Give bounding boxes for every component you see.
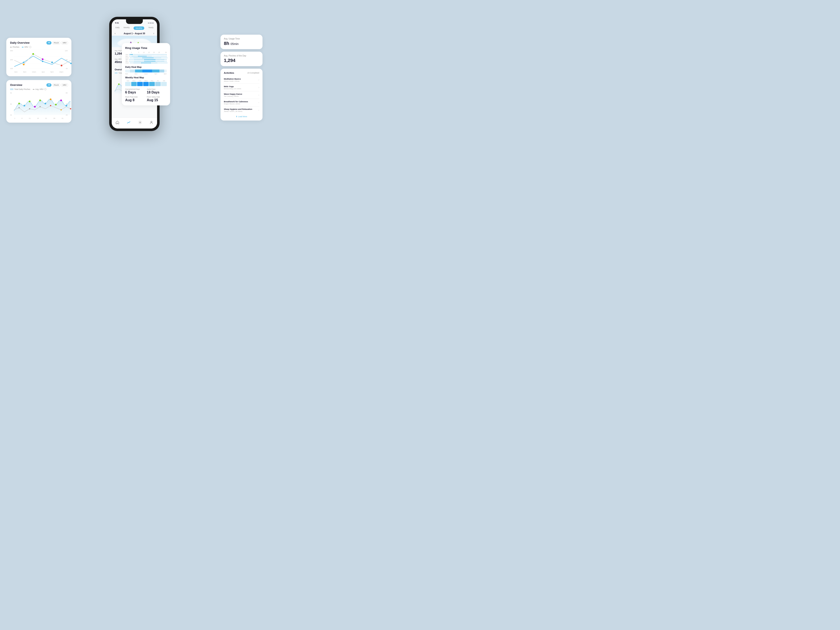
col-wed-label: Wed: [143, 80, 149, 82]
daily-chart-svg: [14, 50, 71, 70]
profile-icon: [150, 120, 153, 124]
dot-row-8pm: 8pm: [125, 60, 167, 62]
activities-title: Activities: [224, 72, 234, 74]
mon-cell: [131, 82, 137, 86]
sat-cell: [161, 82, 167, 86]
daily-heatmap-labels: 4am8am12pm4pm8pm: [125, 73, 167, 74]
overwhelmed-days: Overwhelmed Days 6 Days: [125, 88, 145, 94]
col-mon: Mon: [131, 80, 137, 86]
col-fri: Fri: [155, 80, 161, 86]
battery-icon: ▭: [152, 22, 154, 24]
svg-point-26: [60, 109, 62, 111]
overview-hrv-info[interactable]: i: [44, 88, 46, 90]
chart-nav-icon[interactable]: [126, 120, 131, 125]
home-nav-icon[interactable]: [115, 120, 120, 125]
next-month-button[interactable]: ›: [153, 32, 154, 35]
svg-point-19: [55, 104, 57, 106]
phone-nav-tabs: Daily Weekly Monthly Yearly: [112, 25, 157, 31]
hrv-info-icon[interactable]: i: [29, 46, 31, 48]
dot-row-12pm: 12pm: [125, 57, 167, 58]
tue-cell: [137, 82, 143, 86]
col-thu: Thu: [149, 80, 155, 86]
svg-point-13: [24, 105, 25, 106]
daily-overview-chart: 300200100 1208040: [10, 50, 68, 73]
col-sat-label: Sat: [161, 80, 167, 82]
thu-cell: [149, 82, 155, 86]
daily-overview-card: Daily Overview All Pinch HRV Pinches HRV…: [6, 38, 71, 76]
col-sun-label: Sun: [125, 80, 131, 82]
col-thu-label: Thu: [149, 80, 155, 82]
valley-label: Pinch Valley Date: [147, 96, 167, 98]
avg-pinches-card-label: Avg. Pinches of the Day: [224, 55, 259, 57]
overview-badges: All Pinch HRV: [46, 84, 68, 87]
daily-heatmap-section: Daily Heat Map 4am8am12pm4pm8pm: [125, 66, 167, 74]
tab-weekly[interactable]: Weekly: [123, 27, 129, 30]
overview-badge-hrv[interactable]: HRV: [61, 84, 68, 87]
activity-item[interactable]: Meditation Basics Allison Smith | 32min …: [224, 76, 259, 84]
daily-overview-badges: All Pinch HRV: [46, 41, 68, 44]
col-wed: Wed: [143, 80, 149, 86]
badge-pinch[interactable]: Pinch: [52, 41, 60, 44]
svg-point-20: [60, 99, 62, 101]
activities-list: Meditation Basics Allison Smith | 32min …: [224, 76, 259, 114]
activity-item[interactable]: Wave Happy Dance Tim Lewvey | 30min ›: [224, 92, 259, 99]
peak-section: Pinch Peak Date Aug 8 Pinch Valley Date …: [125, 96, 167, 102]
activity-item[interactable]: Melo Yoga Emma Grey | 1h 14min ›: [224, 84, 259, 92]
activity-chevron: ›: [259, 79, 259, 81]
svg-point-55: [140, 122, 141, 123]
fri-cell: [155, 82, 161, 86]
tab-monthly[interactable]: Monthly: [134, 27, 144, 30]
legend-pinches: Pinches: [10, 46, 19, 48]
svg-point-41: [118, 84, 120, 85]
daily-legend: Pinches HRV i: [10, 46, 68, 48]
profile-nav-icon[interactable]: [149, 120, 154, 125]
month-nav: ‹ August 1 – August 30 ›: [112, 31, 157, 36]
activity-item[interactable]: Breathwork for Calmness Draper Moore | 1…: [224, 99, 259, 106]
col-fri-label: Fri: [155, 80, 161, 82]
svg-point-27: [70, 108, 71, 109]
weekly-heatmap-title: Weekly Heat Map: [125, 76, 167, 79]
joyful-value: 18 Days: [147, 90, 167, 94]
activity-item[interactable]: Sleep Hygiene and Relaxation James Turne…: [224, 106, 259, 114]
settings-nav-icon[interactable]: [138, 120, 142, 125]
overview-legend: Total Daily Pinches Avg. HRV i: [10, 88, 68, 90]
activities-header: Activities 23 Completed: [224, 72, 259, 74]
tab-yearly[interactable]: Yearly: [148, 27, 153, 30]
avg-usage-card-label: Avg. Usage Time: [224, 38, 259, 40]
dot-row-8am: 8am: [125, 55, 167, 57]
svg-point-14: [29, 101, 30, 102]
overview-chart-svg: [14, 92, 71, 116]
tab-daily[interactable]: Daily: [115, 27, 120, 30]
overwhelmed-value: 6 Days: [125, 90, 145, 94]
peak-label: Pinch Peak Date: [125, 96, 145, 98]
overview-legend-pinches: Total Daily Pinches: [10, 88, 30, 90]
col-sat: Sat: [161, 80, 167, 86]
overview-badge-all[interactable]: All: [46, 84, 51, 87]
avg-usage-card: Avg. Usage Time 8h 05min: [221, 35, 262, 49]
joyful-days: Joyful Days 18 Days: [147, 88, 167, 94]
dot-chart: 1 5 10 15 20 25 30 4am8am12pm4pm8pm12am: [125, 52, 167, 64]
overview-badge-pinch[interactable]: Pinch: [52, 84, 60, 87]
svg-point-8: [61, 65, 62, 66]
prev-month-button[interactable]: ‹: [115, 32, 115, 35]
month-range: August 1 – August 30: [124, 32, 145, 35]
overview-legend-hrv: Avg. HRV i: [33, 88, 46, 90]
svg-point-56: [151, 121, 152, 122]
dot-hour-labels: 1 5 10 15 20 25 30: [125, 52, 167, 53]
activity-chevron: ›: [259, 101, 259, 104]
svg-point-7: [51, 62, 53, 63]
load-more-button[interactable]: ⬇ Load More: [224, 115, 259, 118]
badge-hrv[interactable]: HRV: [61, 41, 68, 44]
x-axis-labels: 2am6am10am2pm6pm10pm: [14, 71, 63, 73]
joyful-label: Joyful Days: [147, 88, 167, 90]
badge-all[interactable]: All: [46, 41, 51, 44]
activity-chevron: ›: [259, 94, 259, 96]
svg-point-9: [23, 62, 25, 63]
svg-point-5: [32, 53, 34, 55]
weekly-heatmap-section: Weekly Heat Map Sun Mon Tue Wed Thu: [125, 76, 167, 86]
svg-point-18: [50, 98, 51, 100]
sun-cell: [125, 82, 131, 86]
overview-card: Overview All Pinch HRV Total Daily Pinch…: [6, 80, 71, 123]
ring-usage-title: Ring Usage Time: [125, 46, 167, 50]
col-sun: Sun: [125, 80, 131, 86]
